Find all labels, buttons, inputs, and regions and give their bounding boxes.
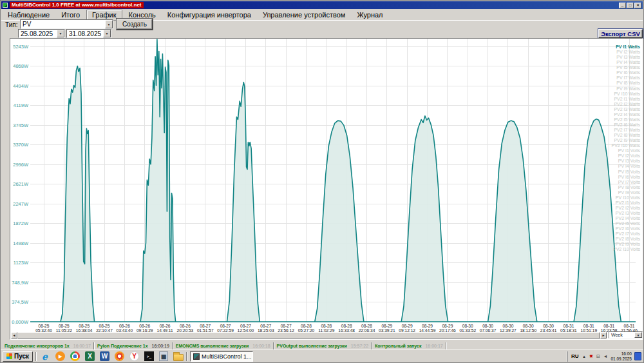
window-title: MultiSIBControl 1.0 FREE at www.multisib… bbox=[10, 2, 144, 8]
menu-item-konfiguratsiya-invertora[interactable]: Конфигурация инвертора bbox=[162, 10, 256, 20]
type-combo[interactable]: PV bbox=[20, 19, 113, 29]
viewer-icon[interactable] bbox=[115, 351, 124, 361]
legend-entry[interactable]: PV2 I6 Watts bbox=[612, 123, 640, 128]
chevron-down-icon[interactable] bbox=[634, 332, 642, 338]
legend-entry[interactable]: PV I7 Volts bbox=[612, 180, 640, 185]
clock-time: 16:00 bbox=[611, 351, 632, 357]
excel-icon[interactable]: X bbox=[85, 351, 95, 361]
legend-entry[interactable]: PV2 I6 Volts bbox=[612, 226, 640, 231]
legend-entry[interactable]: PV2 I4 Volts bbox=[612, 216, 640, 221]
word-icon[interactable]: W bbox=[100, 351, 109, 361]
y-tick-label: 5243W bbox=[12, 44, 28, 50]
alert-icon[interactable]: ✖ bbox=[588, 354, 594, 359]
legend-entry[interactable]: PV2 I5 Volts bbox=[612, 221, 640, 226]
legend-entry[interactable]: PV I1 Volts bbox=[612, 148, 640, 153]
cmd-icon[interactable]: >_ bbox=[144, 351, 154, 361]
application-window: MultiSIBControl 1.0 FREE at www.multisib… bbox=[0, 0, 644, 363]
legend-entry[interactable]: PV I3 Watts bbox=[612, 55, 640, 60]
legend-entry[interactable]: PV2 I1 Watts bbox=[612, 97, 640, 102]
y-tick-label: 374,5W bbox=[12, 299, 28, 305]
legend-entry[interactable]: PV2 I10 Watts bbox=[612, 143, 640, 148]
chevron-down-icon[interactable] bbox=[57, 30, 64, 37]
minimize-icon[interactable] bbox=[619, 3, 626, 8]
tray-app-icon[interactable] bbox=[634, 352, 641, 360]
clock[interactable]: 16:00 01.09.2025 bbox=[611, 351, 632, 361]
status-control-run: Контрольный запуск16:00:17 bbox=[372, 342, 446, 349]
legend-entry[interactable]: PV2 I8 Volts bbox=[612, 237, 640, 242]
taskbar-app-button[interactable]: MultiSIBControl 1... bbox=[190, 351, 253, 362]
legend-entry[interactable]: PV I3 Volts bbox=[612, 159, 640, 164]
legend-entry[interactable]: PV2 I10 Volts bbox=[612, 247, 640, 252]
chrome-icon[interactable] bbox=[70, 351, 80, 361]
y-tick-label: 1498W bbox=[12, 240, 28, 246]
legend-entry[interactable]: PV I2 Watts bbox=[612, 50, 640, 55]
legend-entry[interactable]: PV2 I2 Volts bbox=[612, 206, 640, 211]
start-button[interactable]: Пуск bbox=[3, 351, 33, 362]
legend-entry[interactable]: PV I9 Volts bbox=[612, 190, 640, 195]
legend-entry[interactable]: PV I5 Watts bbox=[612, 65, 640, 70]
legend-entry[interactable]: PV2 I3 Watts bbox=[612, 107, 640, 112]
taskbar: Пуск e▶XWY>_▦ MultiSIBControl 1... RU ▴✖… bbox=[1, 349, 644, 362]
legend-entry[interactable]: PV I10 Volts bbox=[612, 195, 640, 201]
calculator-icon[interactable]: ▦ bbox=[159, 351, 168, 361]
legend-entry[interactable]: PV I1 Watts bbox=[612, 44, 640, 50]
chevron-down-icon[interactable] bbox=[105, 20, 113, 28]
y-tick-label: 748,9W bbox=[12, 280, 28, 286]
legend-entry[interactable]: PV I8 Volts bbox=[612, 185, 640, 190]
language-indicator[interactable]: RU bbox=[571, 353, 579, 359]
create-button[interactable]: Создать bbox=[117, 19, 153, 30]
taskbar-divider bbox=[35, 352, 37, 361]
yandex-icon[interactable]: Y bbox=[129, 351, 139, 361]
status-pylon-connection: Pylon Подключение 1x16:00:19 bbox=[95, 342, 172, 349]
close-icon[interactable] bbox=[634, 3, 641, 8]
scrollbar-thumb[interactable] bbox=[17, 332, 600, 338]
chevron-down-icon[interactable] bbox=[103, 30, 111, 37]
legend-entry[interactable]: PV I8 Watts bbox=[612, 81, 640, 86]
legend-entry[interactable]: PV I7 Watts bbox=[612, 75, 640, 81]
chart-panel: 5243W4868W4494W4119W3745W3370W2996W2621W… bbox=[10, 38, 643, 340]
scroll-right-icon[interactable]: ► bbox=[600, 332, 607, 338]
date-to-combo[interactable]: 31.08.2025 bbox=[66, 29, 111, 38]
menu-item-nablyudenie[interactable]: Наблюдение bbox=[3, 10, 55, 20]
legend-entry[interactable]: PV2 I2 Watts bbox=[612, 102, 640, 107]
volume-icon[interactable]: ◄ bbox=[602, 354, 608, 358]
ie-icon[interactable]: e bbox=[39, 351, 50, 362]
legend-entry[interactable]: PV I6 Volts bbox=[612, 175, 640, 180]
folder-icon[interactable] bbox=[173, 354, 184, 361]
legend-entry[interactable]: PV2 I9 Watts bbox=[612, 138, 640, 143]
legend-entry[interactable]: PV2 I8 Watts bbox=[612, 133, 640, 138]
legend-entry[interactable]: PV I6 Watts bbox=[612, 70, 640, 75]
maximize-icon[interactable] bbox=[627, 3, 634, 8]
legend-entry[interactable]: PV I4 Watts bbox=[612, 60, 640, 65]
tray-icons: ▴✖⊟◄ bbox=[581, 354, 608, 359]
legend-entry[interactable]: PV I10 Watts bbox=[612, 92, 640, 97]
y-tick-label: 1872W bbox=[12, 221, 28, 226]
menu-item-zhurnal[interactable]: Журнал bbox=[352, 10, 388, 20]
legend-entry[interactable]: PV I9 Watts bbox=[612, 86, 640, 92]
media-player-icon[interactable]: ▶ bbox=[55, 351, 65, 361]
legend-entry[interactable]: PV2 I9 Volts bbox=[612, 242, 640, 247]
range-combo[interactable]: Week bbox=[609, 331, 643, 338]
menu-item-upravlenie-ustroystvom[interactable]: Управление устройством bbox=[258, 10, 350, 20]
legend-entry[interactable]: PV2 I7 Volts bbox=[612, 231, 640, 237]
title-bar: MultiSIBControl 1.0 FREE at www.multisib… bbox=[1, 1, 643, 9]
legend-entry[interactable]: PV I5 Volts bbox=[612, 170, 640, 175]
scroll-left-icon[interactable]: ◄ bbox=[11, 332, 17, 338]
app-icon bbox=[3, 3, 8, 8]
horizontal-scrollbar[interactable]: ◄ ► bbox=[11, 332, 607, 338]
legend-entry[interactable]: PV2 I5 Watts bbox=[612, 117, 640, 123]
network-icon[interactable]: ⊟ bbox=[595, 354, 601, 359]
legend-entry[interactable]: PV2 I3 Volts bbox=[612, 211, 640, 216]
y-tick-label: 4494W bbox=[12, 83, 28, 89]
legend-entry[interactable]: PV2 I4 Watts bbox=[612, 112, 640, 117]
legend-entry[interactable]: PV2 I7 Watts bbox=[612, 128, 640, 133]
status-pvoutput-upload: PVOutput выполнение загрузки15:57:22 bbox=[274, 342, 371, 349]
legend-entry[interactable]: PV2 I1 Volts bbox=[612, 201, 640, 206]
hidden-icons-icon[interactable]: ▴ bbox=[581, 354, 587, 359]
date-from-combo[interactable]: 25.08.2025 bbox=[18, 29, 65, 38]
y-tick-label: 4868W bbox=[12, 63, 28, 69]
legend-entry[interactable]: PV I2 Volts bbox=[612, 153, 640, 159]
export-csv-button[interactable]: Экспорт CSV bbox=[598, 29, 643, 38]
legend-entry[interactable]: PV I4 Volts bbox=[612, 164, 640, 169]
menu-item-itogo[interactable]: Итого bbox=[56, 10, 85, 20]
